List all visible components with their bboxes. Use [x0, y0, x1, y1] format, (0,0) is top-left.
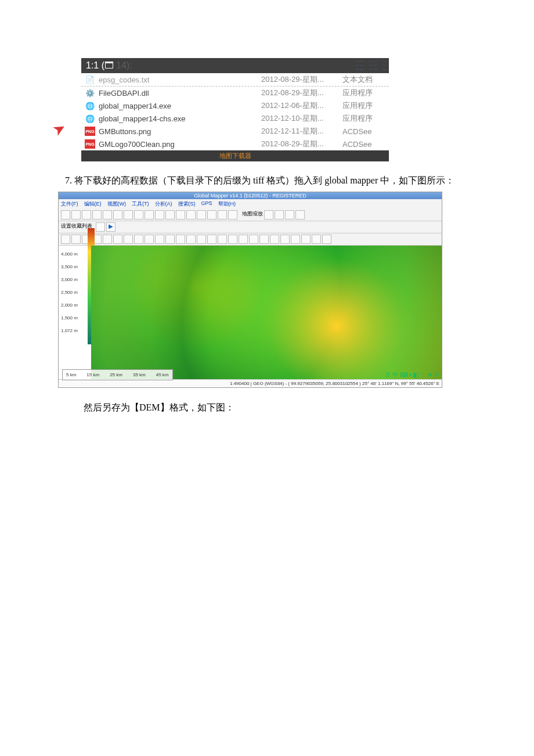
menu-help[interactable]: 帮助(H) — [218, 200, 236, 208]
file-row[interactable]: 📄 epsg_codes.txt 2012-08-29-星期... 文本文档 — [81, 73, 389, 87]
scale-bar: 5 km 15 km 25 km 35 km 45 km — [62, 369, 173, 380]
instruction-step-7: 7. 将下载好的高程数据（下载目录下的后缀为 tiff 格式）拖入到 globa… — [46, 173, 488, 188]
toolbar-button[interactable] — [270, 235, 279, 244]
menu-analysis[interactable]: 分析(A) — [155, 200, 172, 208]
toolbar-button[interactable] — [218, 210, 227, 219]
mini-preview: — —— —— — — —— —— — ——— — [356, 59, 387, 71]
toolbar-button[interactable] — [176, 235, 185, 244]
toolbar-button[interactable] — [280, 235, 290, 244]
toolbar-button[interactable] — [103, 210, 112, 219]
toolbar-button[interactable] — [82, 210, 91, 219]
mini-col-2: — —— —— — — [369, 59, 377, 71]
terrain-map-canvas[interactable] — [91, 246, 442, 379]
toolbar-button[interactable] — [186, 210, 196, 219]
toolbar-button[interactable] — [301, 235, 311, 244]
file-type: ACDSee — [342, 140, 383, 149]
mini-col-3: ——— — [383, 59, 387, 71]
file-date: 2012-12-11-星期... — [261, 126, 342, 136]
toolbar-button[interactable] — [134, 210, 143, 219]
file-type: 应用程序 — [342, 88, 383, 98]
toolbar-button[interactable] — [275, 210, 284, 219]
toolbar-button[interactable] — [124, 235, 133, 244]
menu-edit[interactable]: 编辑(E) — [84, 200, 102, 208]
menu-view[interactable]: 视图(W) — [107, 200, 127, 208]
menu-file[interactable]: 文件(F) — [61, 200, 78, 208]
toolbar-button[interactable] — [155, 210, 164, 219]
file-name: GMLogo700Clean.png — [99, 140, 261, 149]
file-date: 2012-08-29-星期... — [261, 74, 342, 85]
toolbar-button[interactable] — [285, 210, 294, 219]
toolbar-button[interactable] — [264, 210, 273, 219]
toolbar-button[interactable] — [295, 210, 305, 219]
legend-tick: 4,000 m — [59, 248, 91, 261]
legend-tick: 1,072 m — [59, 325, 91, 337]
file-date: 2012-12-06-星期... — [261, 100, 342, 111]
toolbar-button[interactable] — [92, 210, 102, 219]
exe-icon: 🌐 — [85, 101, 95, 110]
file-type: ACDSee — [342, 127, 383, 136]
play-button[interactable]: ▶ — [106, 222, 116, 232]
toolbar-button[interactable] — [207, 210, 217, 219]
file-row[interactable]: PNG GMButtons.png ➤ 2012-12-11-星期... ACD… — [81, 125, 389, 138]
file-row[interactable]: 🌐 global_mapper14-chs.exe 2012-12-10-星期.… — [81, 112, 389, 125]
toolbar-dropdown[interactable] — [96, 222, 105, 232]
toolbar-button[interactable] — [155, 235, 164, 244]
file-name: global_mapper14.exe — [99, 102, 261, 110]
png-icon: PNG — [85, 139, 95, 149]
toolbar-button[interactable] — [113, 235, 122, 244]
toolbar-button[interactable] — [61, 235, 70, 244]
scale-tick: 25 km — [110, 372, 122, 377]
gm-toolbar-2: 设置收藏列表 ▶ — [59, 221, 442, 233]
toolbar-button[interactable] — [103, 235, 112, 244]
toolbar-button[interactable] — [218, 235, 227, 244]
toolbar-button[interactable] — [61, 210, 70, 219]
file-row[interactable]: 🌐 global_mapper14.exe 2012-12-06-星期... 应… — [81, 99, 389, 112]
toolbar-button[interactable] — [322, 235, 331, 244]
toolbar-button[interactable] — [176, 210, 185, 219]
toolbar-button[interactable] — [228, 210, 237, 219]
toolbar-button[interactable] — [71, 210, 81, 219]
toolbar-button[interactable] — [113, 210, 122, 219]
document-page: 1:1 ( 🗖 14): — —— —— — — —— —— — ——— 📄 e… — [0, 0, 534, 437]
file-row[interactable]: ⚙️ FileGDBAPI.dll 2012-08-29-星期... 应用程序 — [81, 87, 389, 99]
toolbar-button[interactable] — [207, 235, 217, 244]
file-date: 2012-12-10-星期... — [261, 113, 342, 124]
gm-toolbar-1: 地图缩放 — [59, 209, 442, 221]
toolbar-button[interactable] — [145, 235, 154, 244]
scale-tick: 45 km — [156, 372, 169, 377]
toolbar-button[interactable] — [197, 235, 206, 244]
file-row[interactable]: PNG GMLogo700Clean.png 2012-08-29-星期... … — [81, 138, 389, 150]
toolbar-button[interactable] — [186, 235, 196, 244]
mini-col-1: — —— —— — — [356, 59, 364, 71]
gm-body: 4,000 m 3,500 m 3,000 m 2,500 m 2,000 m … — [59, 246, 442, 379]
toolbar-button[interactable] — [249, 235, 258, 244]
cursor-arrow-icon: ➤ — [49, 118, 70, 140]
legend-tick: 3,500 m — [59, 261, 91, 273]
toolbar-button[interactable] — [145, 210, 154, 219]
toolbar-button[interactable] — [228, 235, 237, 244]
file-name: global_mapper14-chs.exe — [99, 114, 261, 123]
gm-statusbar: 1:490400 | GEO (WGS84) - ( 99.9279035059… — [59, 379, 442, 387]
toolbar-button[interactable] — [312, 235, 321, 244]
file-type: 文本文档 — [342, 74, 383, 85]
toolbar-button[interactable] — [165, 235, 175, 244]
menu-search[interactable]: 搜索(S) — [178, 200, 196, 208]
legend-tick: 3,000 m — [59, 273, 91, 286]
elevation-legend: 4,000 m 3,500 m 3,000 m 2,500 m 2,000 m … — [59, 246, 91, 379]
menu-gps[interactable]: GPS — [201, 200, 212, 208]
toolbar-button[interactable] — [291, 235, 300, 244]
toolbar-button[interactable] — [197, 210, 206, 219]
legend-tick: 2,000 m — [59, 299, 91, 312]
menu-tools[interactable]: 工具(T) — [132, 200, 149, 208]
legend-tick: 1,500 m — [59, 312, 91, 325]
dll-icon: ⚙️ — [85, 88, 95, 98]
gm-menubar[interactable]: 文件(F) 编辑(E) 视图(W) 工具(T) 分析(A) 搜索(S) GPS … — [59, 199, 442, 209]
toolbar-button[interactable] — [259, 235, 269, 244]
scale-tick: 5 km — [66, 372, 76, 377]
toolbar-button[interactable] — [239, 235, 248, 244]
toolbar-button[interactable] — [165, 210, 175, 219]
file-date: 2012-08-29-星期... — [261, 139, 342, 149]
toolbar-button[interactable] — [124, 210, 133, 219]
toolbar-button[interactable] — [71, 235, 81, 244]
toolbar-button[interactable] — [134, 235, 143, 244]
